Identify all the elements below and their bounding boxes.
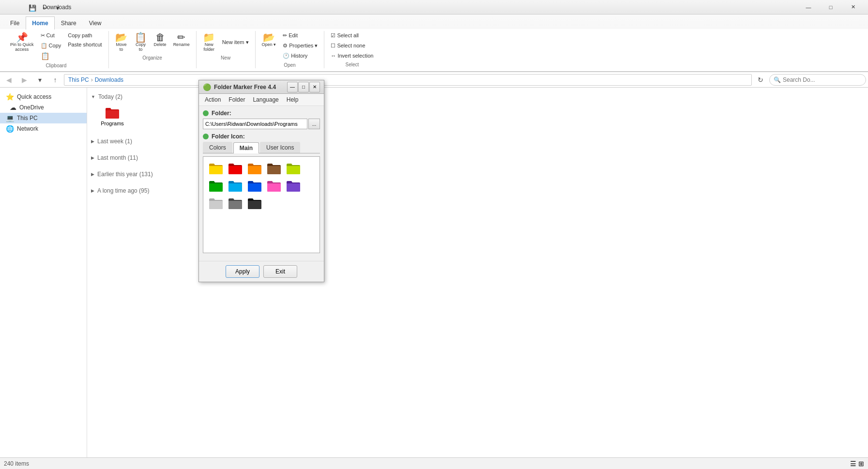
back-button[interactable]: ◀ bbox=[2, 73, 15, 87]
folder-icon-section-header: Folder Icon: bbox=[203, 133, 320, 140]
folder-icon-label: Folder Icon: bbox=[212, 133, 245, 140]
qat-dropdown[interactable]: ▾ bbox=[52, 3, 63, 13]
path-downloads[interactable]: Downloads bbox=[95, 76, 123, 83]
tab-main[interactable]: Main bbox=[233, 142, 259, 153]
delete-icon: 🗑 bbox=[155, 32, 165, 42]
copy-to-button[interactable]: 📋 Copyto bbox=[132, 31, 150, 53]
select-none-button[interactable]: ☐ Select none bbox=[328, 41, 376, 50]
history-button[interactable]: 🕐 History bbox=[280, 51, 320, 61]
sidebar-item-onedrive[interactable]: ☁ OneDrive bbox=[0, 102, 87, 113]
sidebar-item-network[interactable]: 🌐 Network bbox=[0, 123, 87, 134]
apply-button[interactable]: Apply bbox=[226, 265, 259, 278]
view-grid-button[interactable]: ⊞ bbox=[858, 460, 864, 468]
open-small-buttons: ✏ Edit ⚙ Properties ▾ 🕐 History bbox=[280, 31, 320, 61]
folder-color-cyan[interactable] bbox=[227, 178, 244, 194]
rename-button[interactable]: ✏ Rename bbox=[171, 31, 192, 53]
folder-color-green[interactable] bbox=[207, 178, 225, 194]
search-icon: 🔍 bbox=[774, 76, 781, 83]
folder-color-black[interactable] bbox=[246, 196, 263, 211]
dialog-titlebar: 🟢 Folder Marker Free 4.4 — □ ✕ bbox=[199, 80, 324, 94]
copy-to-icon: 📋 bbox=[135, 32, 147, 42]
maximize-button[interactable]: □ bbox=[820, 0, 842, 15]
path-this-pc[interactable]: This PC bbox=[68, 76, 89, 83]
recent-button[interactable]: ▾ bbox=[33, 73, 46, 87]
exit-button[interactable]: Exit bbox=[263, 265, 297, 278]
folder-path-input[interactable] bbox=[203, 119, 307, 129]
status-bar: 240 items ☰ ⊞ bbox=[0, 457, 868, 469]
invert-selection-button[interactable]: ↔ Invert selection bbox=[328, 51, 376, 60]
folder-color-brown[interactable] bbox=[265, 161, 283, 176]
folder-color-lightgray[interactable] bbox=[207, 196, 225, 211]
close-button[interactable]: ✕ bbox=[842, 0, 864, 15]
pin-to-quick-access-button[interactable]: 📌 Pin to Quickaccess bbox=[8, 31, 36, 61]
dialog-menu-help[interactable]: Help bbox=[283, 95, 303, 105]
ribbon: File Home Share View 📌 Pin to Quickacces… bbox=[0, 15, 868, 72]
tab-share[interactable]: Share bbox=[55, 16, 83, 30]
edit-button[interactable]: ✏ Edit bbox=[280, 31, 320, 40]
folder-color-purple[interactable] bbox=[285, 178, 302, 194]
up-button[interactable]: ↑ bbox=[48, 73, 62, 87]
path-separator: › bbox=[91, 76, 93, 83]
dialog-titlebar-left: 🟢 Folder Marker Free 4.4 bbox=[203, 83, 276, 91]
copy-button[interactable]: 📋 Copy bbox=[38, 41, 64, 50]
new-item-button[interactable]: New item ▾ bbox=[220, 31, 251, 53]
tab-user-icons[interactable]: User Icons bbox=[260, 142, 300, 153]
delete-button[interactable]: 🗑 Delete bbox=[152, 31, 169, 53]
sidebar-item-this-pc[interactable]: 💻 This PC bbox=[0, 113, 87, 123]
organize-label: Organize bbox=[142, 55, 162, 61]
qat-save[interactable]: 💾 bbox=[27, 3, 38, 13]
new-buttons: 📁 Newfolder New item ▾ bbox=[200, 31, 251, 53]
title-bar-left: 💾 ↩ ▾ Downloads bbox=[4, 4, 71, 11]
new-folder-icon: 📁 bbox=[203, 32, 215, 42]
copy-path-button[interactable]: Copy path bbox=[65, 31, 104, 40]
quick-access-icon: ⭐ bbox=[6, 93, 14, 101]
clipboard-label: Clipboard bbox=[46, 63, 66, 68]
this-pc-icon: 💻 bbox=[6, 114, 14, 122]
new-folder-button[interactable]: 📁 Newfolder bbox=[200, 31, 218, 53]
tab-view[interactable]: View bbox=[83, 16, 108, 30]
move-to-button[interactable]: 📂 Moveto bbox=[113, 31, 130, 53]
open-button[interactable]: 📂 Open ▾ bbox=[259, 31, 279, 61]
organize-buttons: 📂 Moveto 📋 Copyto 🗑 Delete ✏ Rename bbox=[113, 31, 192, 53]
tab-colors[interactable]: Colors bbox=[203, 142, 232, 153]
select-all-button[interactable]: ☑ Select all bbox=[328, 31, 376, 40]
minimize-button[interactable]: — bbox=[797, 0, 820, 15]
title-bar-controls: — □ ✕ bbox=[797, 0, 864, 15]
refresh-button[interactable]: ↻ bbox=[754, 73, 767, 87]
folder-icon-programs bbox=[105, 106, 120, 120]
tab-home[interactable]: Home bbox=[26, 16, 54, 30]
open-icon: 📂 bbox=[263, 32, 275, 42]
dialog-menu-action[interactable]: Action bbox=[201, 95, 225, 105]
dialog-footer: Apply Exit bbox=[199, 261, 324, 282]
dialog-menu-folder[interactable]: Folder bbox=[225, 95, 249, 105]
file-item-programs[interactable]: Programs bbox=[93, 104, 132, 128]
tab-file[interactable]: File bbox=[4, 16, 26, 30]
sidebar-item-quick-access[interactable]: ⭐ Quick access bbox=[0, 91, 87, 102]
dialog-menu-language[interactable]: Language bbox=[249, 95, 282, 105]
dialog-minimize-button[interactable]: — bbox=[287, 82, 298, 92]
dialog-close-button[interactable]: ✕ bbox=[309, 82, 320, 92]
folder-color-pink[interactable] bbox=[265, 178, 283, 194]
folder-color-darkgray[interactable] bbox=[227, 196, 244, 211]
folder-color-yellow[interactable] bbox=[207, 161, 225, 176]
folder-color-orange[interactable] bbox=[246, 161, 263, 176]
forward-button[interactable]: ▶ bbox=[17, 73, 31, 87]
rename-icon: ✏ bbox=[177, 32, 185, 42]
folder-color-lime[interactable] bbox=[285, 161, 302, 176]
cut-button[interactable]: ✂ Cut bbox=[38, 31, 64, 40]
ribbon-content: 📌 Pin to Quickaccess ✂ Cut 📋 Copy 📋 Copy… bbox=[0, 29, 868, 72]
search-input[interactable] bbox=[783, 76, 862, 83]
folder-color-blue[interactable] bbox=[246, 178, 263, 194]
view-list-button[interactable]: ☰ bbox=[850, 460, 856, 468]
title-bar: 💾 ↩ ▾ Downloads — □ ✕ bbox=[0, 0, 868, 15]
dialog-maximize-button[interactable]: □ bbox=[298, 82, 309, 92]
folder-color-red[interactable] bbox=[227, 161, 244, 176]
paste-button[interactable]: 📋 bbox=[38, 51, 64, 61]
tab-content-main bbox=[203, 156, 320, 253]
qat-undo[interactable]: ↩ bbox=[39, 3, 51, 13]
folder-icon-section: Folder Icon: Colors Main User Icons bbox=[203, 133, 320, 253]
open-label: Open bbox=[284, 62, 295, 68]
properties-button[interactable]: ⚙ Properties ▾ bbox=[280, 41, 320, 50]
paste-shortcut-button[interactable]: Paste shortcut bbox=[65, 40, 104, 49]
browse-button[interactable]: ... bbox=[308, 119, 320, 129]
